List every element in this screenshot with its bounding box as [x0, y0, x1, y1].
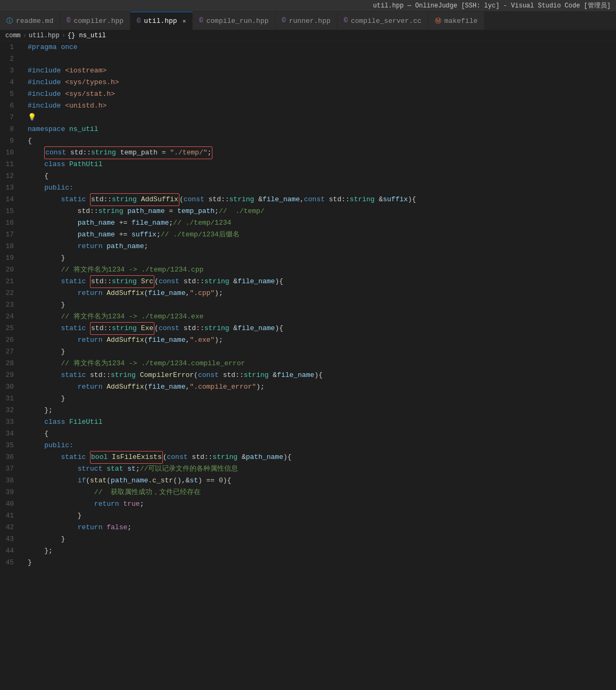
- code-line-12: {: [28, 170, 616, 182]
- tab-label: compile_run.hpp: [207, 17, 269, 25]
- code-line-2: [28, 53, 616, 65]
- code-line-21: static std::string Src(const std::string…: [28, 276, 616, 288]
- makefile-icon: Ⓜ: [435, 17, 441, 26]
- code-line-22: return AddSuffix(file_name,".cpp");: [28, 288, 616, 299]
- code-line-5: #include <sys/stat.h>: [28, 88, 616, 100]
- code-line-25: static std::string Exe(const std::string…: [28, 323, 616, 334]
- code-line-43: }: [28, 533, 616, 545]
- code-line-15: std::string path_name = temp_path;// ./t…: [28, 206, 616, 217]
- code-line-7: 💡: [28, 112, 616, 124]
- code-line-36: static bool IsFileExists(const std::stri…: [28, 451, 616, 463]
- tab-compile-run[interactable]: © compile_run.hpp: [193, 12, 275, 30]
- tab-label: readme.md: [16, 17, 53, 25]
- code-line-13: public:: [28, 182, 616, 194]
- title-text: util.hpp — OnlineJudge [SSH: lyc] - Visu…: [373, 1, 611, 10]
- code-line-1: #pragma once: [28, 42, 616, 53]
- tab-label: compile_server.cc: [351, 17, 422, 25]
- code-line-11: class PathUtil: [28, 159, 616, 170]
- code-line-39: // 获取属性成功，文件已经存在: [28, 487, 616, 498]
- code-line-29: static std::string CompilerError(const s…: [28, 369, 616, 381]
- lightbulb-icon: 💡: [28, 112, 36, 124]
- tab-util[interactable]: © util.hpp ✕: [130, 12, 193, 30]
- cpp-icon: ©: [282, 17, 286, 24]
- code-line-20: // 将文件名为1234 -> ./temp/1234.cpp: [28, 264, 616, 276]
- tab-makefile[interactable]: Ⓜ makefile: [429, 12, 484, 30]
- code-line-26: return AddSuffix(file_name,".exe");: [28, 334, 616, 346]
- tab-bar: ⓘ readme.md © compiler.hpp © util.hpp ✕ …: [0, 12, 616, 30]
- code-line-9: {: [28, 135, 616, 147]
- code-line-32: };: [28, 405, 616, 416]
- tab-compiler[interactable]: © compiler.hpp: [60, 12, 130, 30]
- code-line-16: path_name += file_name;// ./temp/1234: [28, 217, 616, 229]
- breadcrumb: comm › util.hpp › {} ns_util: [0, 30, 616, 42]
- code-line-24: // 将文件名为1234 -> ./temp/1234.exe: [28, 311, 616, 323]
- tab-runner[interactable]: © runner.hpp: [276, 12, 338, 30]
- code-line-30: return AddSuffix(file_name,".compile_err…: [28, 381, 616, 393]
- code-line-8: namespace ns_util: [28, 124, 616, 135]
- tab-label: makefile: [445, 17, 478, 25]
- code-line-10: const std::string temp_path = "./temp/";: [28, 147, 616, 159]
- code-line-38: if(stat(path_name.c_str(),&st) == 0){: [28, 475, 616, 487]
- breadcrumb-comm[interactable]: comm: [5, 32, 21, 39]
- code-line-27: }: [28, 346, 616, 358]
- code-line-14: static std::string AddSuffix(const std::…: [28, 194, 616, 206]
- code-line-34: {: [28, 428, 616, 440]
- title-bar: util.hpp — OnlineJudge [SSH: lyc] - Visu…: [0, 0, 616, 12]
- code-line-19: }: [28, 252, 616, 264]
- code-line-45: }: [28, 557, 616, 569]
- code-line-3: #include <iostream>: [28, 65, 616, 77]
- line-numbers: 1 2 3 4 5 6 7 8 9 10 11 12 13 14 15 16 1…: [0, 42, 22, 688]
- code-line-37: struct stat st;//可以记录文件的各种属性信息: [28, 463, 616, 475]
- code-line-28: // 将文件名为1234 -> ./temp/1234.compile_erro…: [28, 358, 616, 369]
- cpp-icon: ©: [67, 17, 70, 24]
- breadcrumb-symbol[interactable]: {} ns_util: [68, 32, 106, 39]
- tab-compile-server[interactable]: © compile_server.cc: [338, 12, 429, 30]
- tab-label: util.hpp: [144, 17, 177, 25]
- code-line-6: #include <unistd.h>: [28, 100, 616, 112]
- close-icon[interactable]: ✕: [183, 18, 186, 24]
- code-line-18: return path_name;: [28, 241, 616, 252]
- code-line-4: #include <sys/types.h>: [28, 77, 616, 88]
- md-icon: ⓘ: [6, 17, 13, 26]
- code-line-31: }: [28, 393, 616, 405]
- editor[interactable]: 1 2 3 4 5 6 7 8 9 10 11 12 13 14 15 16 1…: [0, 42, 616, 688]
- cpp-icon: ©: [199, 17, 203, 24]
- code-line-41: }: [28, 510, 616, 522]
- code-area[interactable]: #pragma once #include <iostream> #includ…: [22, 42, 616, 688]
- code-line-42: return false;: [28, 522, 616, 533]
- tab-label: compiler.hpp: [73, 17, 124, 25]
- code-line-33: class FileUtil: [28, 416, 616, 428]
- cc-icon: ©: [344, 17, 348, 24]
- code-line-23: }: [28, 299, 616, 311]
- code-line-44: };: [28, 545, 616, 557]
- cpp-icon: ©: [137, 18, 141, 25]
- code-line-35: public:: [28, 440, 616, 451]
- code-line-40: return true;: [28, 498, 616, 510]
- tab-label: runner.hpp: [289, 17, 331, 25]
- code-line-17: path_name += suffix;// ./temp/1234后缀名: [28, 229, 616, 241]
- tab-readme[interactable]: ⓘ readme.md: [0, 12, 60, 30]
- breadcrumb-file[interactable]: util.hpp: [29, 32, 60, 39]
